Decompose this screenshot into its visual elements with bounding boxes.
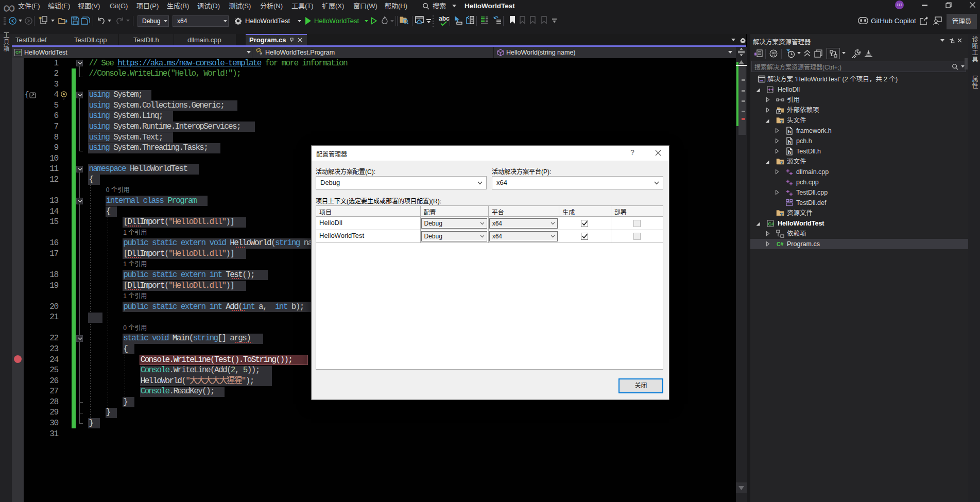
- svg-text:h: h: [788, 149, 791, 154]
- svg-text:C#: C#: [768, 221, 775, 226]
- svg-text:C#: C#: [777, 241, 784, 247]
- svg-text:h: h: [788, 129, 791, 134]
- svg-text:h: h: [788, 139, 791, 144]
